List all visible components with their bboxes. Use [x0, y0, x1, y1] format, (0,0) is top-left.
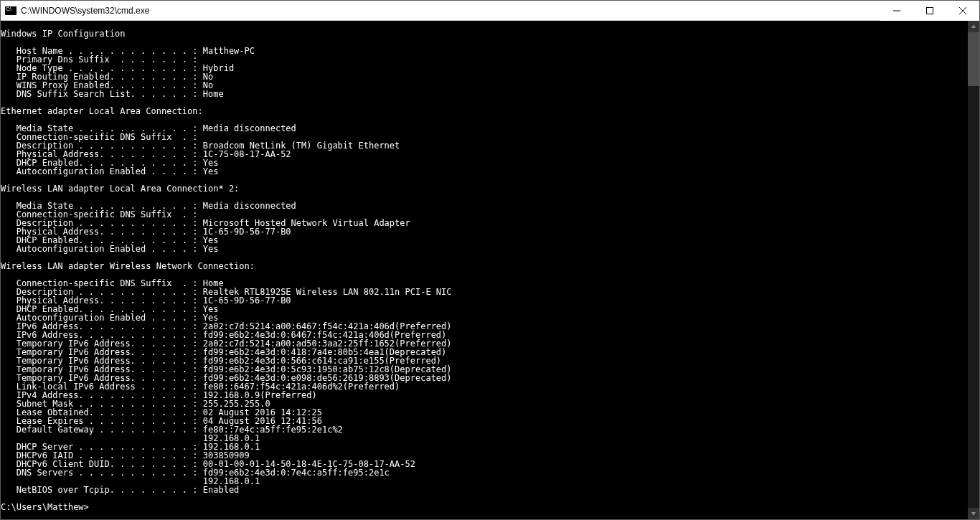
window-title: C:\WINDOWS\system32\cmd.exe [21, 6, 880, 16]
output-line: DNS Suffix Search List. . . . . . : Home [1, 89, 224, 99]
output-line: Windows IP Configuration [1, 29, 125, 39]
cmd-icon [5, 6, 17, 15]
output-line: Autoconfiguration Enabled . . . . : Yes [1, 244, 218, 254]
command-prompt-window: C:\WINDOWS\system32\cmd.exe Windows IP C… [0, 0, 980, 520]
scroll-thumb[interactable] [968, 32, 979, 86]
minimize-button[interactable] [880, 1, 913, 21]
svg-marker-4 [971, 24, 976, 28]
output-line: NetBIOS over Tcpip. . . . . . . . : Enab… [1, 485, 239, 495]
titlebar[interactable]: C:\WINDOWS\system32\cmd.exe [1, 1, 979, 21]
output-line: Wireless LAN adapter Wireless Network Co… [1, 261, 255, 271]
output-line: Ethernet adapter Local Area Connection: [1, 106, 203, 116]
maximize-button[interactable] [913, 1, 946, 21]
svg-marker-5 [971, 512, 976, 516]
output-line: Autoconfiguration Enabled . . . . : Yes [1, 166, 218, 176]
scroll-track[interactable] [968, 32, 979, 508]
close-button[interactable] [946, 1, 979, 21]
terminal-client-area: Windows IP Configuration Host Name . . .… [1, 21, 979, 519]
prompt-line: C:\Users\Matthew> [1, 502, 89, 512]
vertical-scrollbar[interactable] [968, 21, 979, 519]
scroll-down-button[interactable] [968, 508, 979, 519]
terminal-output[interactable]: Windows IP Configuration Host Name . . .… [1, 21, 968, 519]
svg-rect-1 [927, 7, 933, 14]
output-line: Wireless LAN adapter Local Area Connecti… [1, 184, 239, 194]
scroll-up-button[interactable] [968, 21, 979, 32]
window-controls [880, 1, 979, 21]
